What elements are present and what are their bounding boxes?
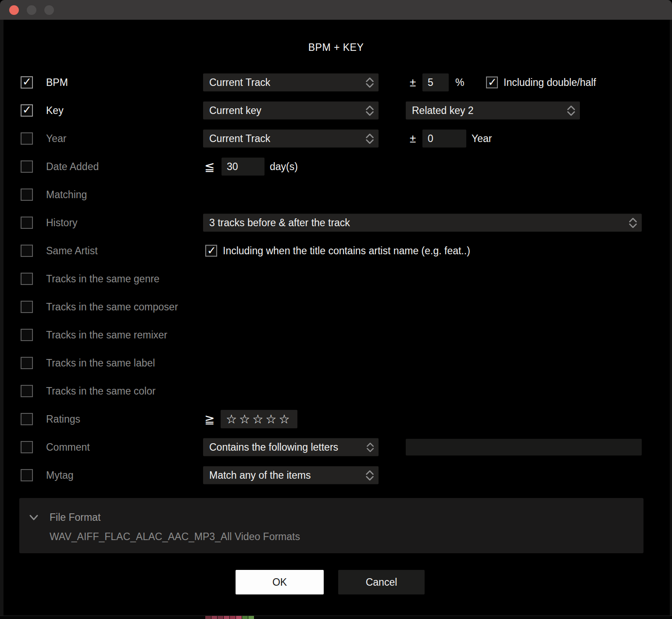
mytag-mode-dropdown[interactable]: Match any of the items — [203, 466, 379, 484]
file-format-panel: File Format WAV_AIFF_FLAC_ALAC_AAC_MP3_A… — [19, 498, 643, 553]
same-remixer-label: Tracks in the same remixer — [46, 329, 168, 341]
same-color-label: Tracks in the same color — [46, 385, 156, 397]
plus-minus-symbol: ± — [410, 132, 416, 146]
same-color-checkbox[interactable] — [21, 385, 33, 397]
stepper-icon — [365, 76, 375, 89]
same-artist-include-checkbox[interactable] — [205, 245, 217, 257]
plus-minus-symbol: ± — [410, 76, 416, 89]
ok-button[interactable]: OK — [236, 570, 324, 594]
year-checkbox[interactable] — [21, 132, 33, 145]
same-remixer-checkbox[interactable] — [21, 329, 33, 341]
date-added-days-value: 30 — [227, 161, 238, 173]
background-color-block — [218, 616, 223, 619]
row-same-label: Tracks in the same label — [0, 349, 672, 377]
row-date-added: Date Added ≦ 30 day(s) — [0, 153, 672, 181]
bpm-source-dropdown[interactable]: Current Track — [203, 74, 379, 92]
matching-checkbox[interactable] — [21, 189, 33, 201]
stepper-icon — [365, 441, 375, 454]
same-label-checkbox[interactable] — [21, 357, 33, 369]
row-key: Key Current key Related key 2 — [0, 96, 672, 125]
zoom-button — [44, 5, 54, 15]
year-tolerance-value: 0 — [428, 133, 433, 145]
same-genre-label: Tracks in the same genre — [46, 273, 160, 285]
row-same-genre: Tracks in the same genre — [0, 265, 672, 293]
year-unit-label: Year — [472, 133, 492, 145]
mytag-checkbox[interactable] — [21, 469, 33, 481]
background-color-block — [224, 616, 229, 619]
background-app-bottom-sliver — [0, 615, 672, 619]
row-history: History 3 tracks before & after the trac… — [0, 209, 672, 237]
cancel-button[interactable]: Cancel — [338, 570, 425, 594]
date-added-days-input[interactable]: 30 — [222, 158, 265, 176]
key-source-value: Current key — [209, 105, 261, 117]
same-artist-include-label: Including when the title contains artist… — [223, 245, 470, 257]
chevron-down-icon[interactable] — [28, 514, 39, 522]
close-button[interactable] — [9, 5, 19, 15]
year-label: Year — [46, 133, 66, 145]
background-color-block — [211, 616, 217, 619]
key-related-value: Related key 2 — [412, 105, 474, 117]
ratings-stars-input[interactable]: ☆☆☆☆☆ — [221, 410, 297, 428]
background-bottom-blocks — [205, 616, 254, 619]
row-matching: Matching — [0, 181, 672, 209]
bpm-double-half-label: Including double/half — [504, 77, 596, 89]
background-color-block — [205, 616, 211, 619]
key-checkbox[interactable] — [21, 104, 33, 117]
ratings-label: Ratings — [46, 413, 80, 425]
matching-label: Matching — [46, 189, 87, 201]
date-added-checkbox[interactable] — [21, 160, 33, 173]
ratings-checkbox[interactable] — [21, 413, 33, 425]
background-color-block — [248, 616, 254, 619]
background-bottom-spacer — [0, 616, 205, 619]
comment-checkbox[interactable] — [21, 441, 33, 453]
row-bpm: BPM Current Track ± 5 % Including double… — [0, 68, 672, 96]
bpm-label: BPM — [46, 77, 68, 89]
stepper-icon — [365, 104, 375, 117]
same-composer-label: Tracks in the same composer — [46, 301, 178, 313]
history-range-dropdown[interactable]: 3 tracks before & after the track — [203, 214, 642, 232]
year-source-value: Current Track — [209, 133, 270, 145]
history-range-value: 3 tracks before & after the track — [209, 217, 350, 229]
background-color-block — [242, 616, 248, 619]
bpm-unit-label: % — [455, 77, 464, 89]
comment-label: Comment — [46, 441, 90, 453]
history-label: History — [46, 217, 78, 229]
comment-mode-dropdown[interactable]: Contains the following letters — [203, 438, 379, 456]
comment-mode-value: Contains the following letters — [209, 441, 338, 453]
row-comment: Comment Contains the following letters — [0, 433, 672, 461]
history-checkbox[interactable] — [21, 217, 33, 229]
background-color-block — [236, 616, 242, 619]
file-format-title[interactable]: File Format — [50, 512, 100, 523]
bpm-tolerance-input[interactable]: 5 — [422, 74, 449, 92]
year-tolerance-input[interactable]: 0 — [422, 130, 466, 148]
stepper-icon — [566, 104, 576, 117]
dialog-title: BPM + KEY — [0, 42, 672, 53]
bpm-double-half-checkbox[interactable] — [486, 77, 498, 89]
row-same-color: Tracks in the same color — [0, 377, 672, 405]
stepper-icon — [365, 469, 375, 482]
row-same-artist: Same Artist Including when the title con… — [0, 237, 672, 265]
window-titlebar — [0, 0, 672, 20]
comment-text-input[interactable] — [406, 439, 642, 455]
background-color-block — [230, 616, 236, 619]
same-genre-checkbox[interactable] — [21, 273, 33, 285]
same-composer-checkbox[interactable] — [21, 301, 33, 313]
key-source-dropdown[interactable]: Current key — [203, 102, 379, 120]
mytag-label: Mytag — [46, 470, 74, 481]
less-equal-symbol: ≦ — [204, 160, 214, 174]
key-related-dropdown[interactable]: Related key 2 — [406, 102, 580, 120]
date-added-unit-label: day(s) — [270, 161, 298, 173]
key-label: Key — [46, 105, 64, 117]
same-label-label: Tracks in the same label — [46, 357, 155, 369]
minimize-button — [27, 5, 36, 15]
greater-equal-symbol: ≧ — [204, 412, 214, 427]
row-ratings: Ratings ≧ ☆☆☆☆☆ — [0, 405, 672, 433]
row-mytag: Mytag Match any of the items — [0, 461, 672, 489]
star-icons: ☆☆☆☆☆ — [226, 412, 292, 427]
same-artist-checkbox[interactable] — [21, 245, 33, 257]
date-added-label: Date Added — [46, 161, 99, 173]
bpm-checkbox[interactable] — [21, 76, 33, 89]
mytag-mode-value: Match any of the items — [209, 470, 311, 481]
year-source-dropdown[interactable]: Current Track — [203, 130, 379, 148]
same-artist-label: Same Artist — [46, 245, 98, 257]
